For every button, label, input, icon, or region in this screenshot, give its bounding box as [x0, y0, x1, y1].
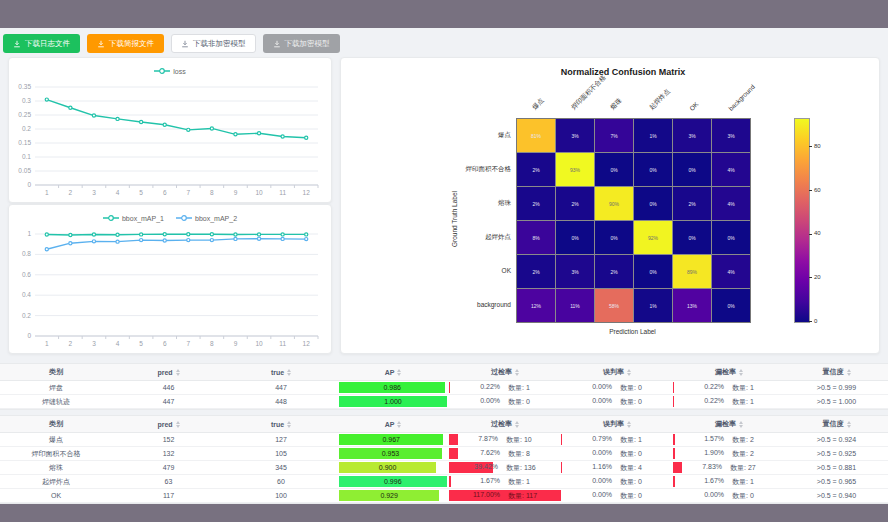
download-encrypted-model-label: 下载加密模型	[285, 39, 330, 49]
loss-chart-legend: loss	[9, 58, 331, 81]
download-plain-model-button[interactable]: 下载非加密模型	[171, 34, 256, 53]
column-header-置信度[interactable]: 置信度	[785, 364, 888, 381]
svg-text:3: 3	[92, 189, 96, 196]
sort-icon[interactable]	[739, 369, 743, 376]
confusion-cell: 90%	[595, 187, 633, 220]
miss-rate-cell: 7.83%数量: 27	[673, 461, 785, 475]
sort-icon[interactable]	[847, 421, 851, 428]
svg-text:6: 6	[163, 340, 167, 347]
legend-item-loss[interactable]: loss	[154, 67, 185, 75]
confidence-cell: >0.5 = 1.000	[785, 395, 888, 409]
svg-text:0.1: 0.1	[22, 153, 31, 160]
rate-bar	[673, 462, 682, 473]
column-header-true[interactable]: true	[225, 364, 337, 381]
class-name: 焊盘	[0, 381, 112, 395]
ap-bar: 0.953	[339, 448, 442, 459]
pred-count: 117	[112, 489, 225, 503]
rate-bar	[673, 396, 674, 407]
column-header-漏检率[interactable]: 漏检率	[673, 364, 785, 381]
svg-text:0.35: 0.35	[18, 83, 31, 90]
column-header-pred[interactable]: pred	[112, 416, 225, 433]
table-row: 起焊炸点63600.9961.67%数量: 10.00%数量: 01.67%数量…	[0, 475, 888, 489]
table-header-row: 类别predtrueAP过检率误判率漏检率置信度	[0, 364, 888, 381]
sort-icon[interactable]	[397, 369, 401, 376]
true-count: 100	[225, 489, 337, 503]
download-report-button[interactable]: 下载简报文件	[87, 34, 164, 53]
download-encrypted-model-button[interactable]: 下载加密模型	[263, 34, 340, 53]
table-row: 爆点1521270.9677.87%数量: 100.79%数量: 11.57%数…	[0, 433, 888, 447]
column-header-AP[interactable]: AP	[337, 364, 449, 381]
legend-marker-icon	[154, 67, 170, 75]
confusion-cell: 0%	[556, 221, 594, 254]
rate-bar	[673, 434, 675, 445]
colorbar-tick	[809, 277, 812, 278]
confidence-cell: >0.5 = 0.999	[785, 381, 888, 395]
download-icon	[181, 40, 189, 48]
sort-icon[interactable]	[627, 421, 631, 428]
svg-text:1: 1	[45, 189, 49, 196]
sort-icon[interactable]	[515, 421, 519, 428]
metrics-table-defects: 类别predtrueAP过检率误判率漏检率置信度爆点1521270.9677.8…	[0, 415, 888, 504]
confusion-cell: 3%	[673, 119, 711, 152]
confusion-cell: 0%	[673, 221, 711, 254]
download-log-button[interactable]: 下载日志文件	[3, 34, 80, 53]
svg-text:12: 12	[303, 189, 311, 196]
column-header-过检率[interactable]: 过检率	[449, 416, 561, 433]
sort-icon[interactable]	[287, 369, 291, 376]
ap-bar: 0.986	[339, 382, 445, 393]
over-detect-rate-cell: 0.22%数量: 1	[449, 381, 561, 395]
sort-icon[interactable]	[176, 369, 180, 376]
colorbar-tick	[809, 321, 812, 322]
ap-bar: 0.929	[339, 490, 439, 501]
class-name: 爆点	[0, 433, 112, 447]
svg-text:0.2: 0.2	[22, 125, 31, 132]
sort-icon[interactable]	[515, 369, 519, 376]
ap-cell: 0.996	[337, 475, 449, 489]
true-count: 345	[225, 461, 337, 475]
svg-text:5: 5	[139, 340, 143, 347]
column-header-类别: 类别	[0, 416, 112, 433]
column-header-pred[interactable]: pred	[112, 364, 225, 381]
sort-icon[interactable]	[739, 421, 743, 428]
miss-rate-cell: 0.22%数量: 1	[673, 381, 785, 395]
svg-text:4: 4	[116, 189, 120, 196]
column-header-AP[interactable]: AP	[337, 416, 449, 433]
svg-text:12: 12	[303, 340, 311, 347]
miss-rate-cell: 1.67%数量: 1	[673, 475, 785, 489]
column-header-过检率[interactable]: 过检率	[449, 364, 561, 381]
sort-icon[interactable]	[397, 421, 401, 428]
misjudge-rate-cell: 1.16%数量: 4	[561, 461, 673, 475]
confusion-cell: 0%	[634, 153, 672, 186]
confusion-cell: 4%	[712, 153, 750, 186]
column-header-置信度[interactable]: 置信度	[785, 416, 888, 433]
sort-icon[interactable]	[176, 421, 180, 428]
column-header-true[interactable]: true	[225, 416, 337, 433]
legend-item-bbox_mAP_1[interactable]: bbox_mAP_1	[103, 214, 164, 222]
legend-item-bbox_mAP_2[interactable]: bbox_mAP_2	[176, 214, 237, 222]
confusion-row-label: 起焊炸点	[406, 233, 511, 242]
column-header-误判率[interactable]: 误判率	[561, 416, 673, 433]
toolbar: 下载日志文件 下载简报文件 下载非加密模型 下载加密模型	[3, 34, 340, 53]
svg-text:9: 9	[234, 189, 238, 196]
true-count: 447	[225, 381, 337, 395]
sort-icon[interactable]	[287, 421, 291, 428]
confusion-row-label: 熔珠	[406, 199, 511, 208]
misjudge-rate-cell: 0.79%数量: 1	[561, 433, 673, 447]
svg-text:8: 8	[210, 340, 214, 347]
miss-rate-cell: 1.90%数量: 2	[673, 447, 785, 461]
pred-count: 152	[112, 433, 225, 447]
confusion-cell: 7%	[595, 119, 633, 152]
confusion-cell: 4%	[712, 255, 750, 288]
svg-text:7: 7	[186, 340, 190, 347]
confidence-cell: >0.5 = 0.940	[785, 489, 888, 503]
pred-count: 132	[112, 447, 225, 461]
confusion-cell: 3%	[712, 119, 750, 152]
sort-icon[interactable]	[847, 369, 851, 376]
map-chart: 00.20.40.60.81123456789101112	[9, 228, 331, 350]
over-detect-rate-cell: 7.87%数量: 10	[449, 433, 561, 447]
sort-icon[interactable]	[627, 369, 631, 376]
rate-bar	[673, 476, 675, 487]
column-header-漏检率[interactable]: 漏检率	[673, 416, 785, 433]
confusion-cell: 58%	[595, 289, 633, 322]
column-header-误判率[interactable]: 误判率	[561, 364, 673, 381]
